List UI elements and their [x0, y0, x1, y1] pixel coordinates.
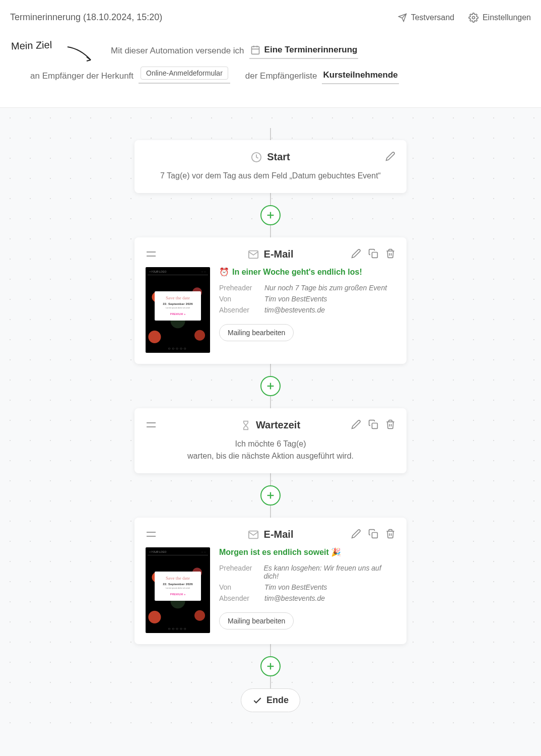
recipient-list-value: Kursteilnehmende	[323, 70, 397, 80]
send-icon	[398, 13, 407, 22]
from-label: Von	[219, 295, 258, 303]
origin-tag: Online-Anmeldeformular	[141, 67, 228, 80]
email-card-2: E-Mail • YOUR LOGO··· ··· Save the date …	[134, 518, 407, 644]
email-type-label: E-Mail	[264, 248, 294, 260]
clock-icon	[251, 152, 262, 163]
thumb-date: 22. September 2026	[158, 302, 198, 305]
preheader-label: Preheader	[219, 564, 257, 580]
connector	[270, 128, 271, 140]
email-thumbnail[interactable]: • YOUR LOGO··· ··· Save the date 22. Sep…	[146, 547, 210, 633]
email-card-1: E-Mail • YOUR LOGO··· ··· Save the date …	[134, 237, 407, 364]
calendar-icon	[250, 45, 260, 55]
recipient-list-select[interactable]: Kursteilnehmende	[322, 68, 398, 84]
sender-value: tim@bestevents.de	[264, 306, 325, 314]
wait-title: Wartezeit	[256, 419, 300, 431]
automation-config: Mein Ziel Mit dieser Automation versende…	[0, 33, 541, 108]
connector	[270, 676, 271, 688]
automation-canvas: Start 7 Tag(e) vor dem Tag aus dem Feld …	[0, 108, 541, 742]
svg-rect-1	[251, 46, 259, 54]
mail-icon	[248, 529, 259, 540]
start-description: 7 Tag(e) vor dem Tag aus dem Feld „Datum…	[146, 170, 395, 182]
test-send-button[interactable]: Testversand	[398, 13, 454, 22]
connector	[270, 473, 271, 485]
arrow-icon	[65, 45, 96, 65]
add-step-button[interactable]	[260, 656, 281, 676]
plus-icon	[265, 210, 276, 221]
check-icon	[252, 696, 262, 706]
plus-icon	[265, 661, 276, 672]
hourglass-icon	[241, 420, 251, 431]
connector	[270, 506, 271, 518]
topbar: Terminerinnerung (18.10.2024, 15:20) Tes…	[0, 0, 541, 33]
plus-icon	[265, 381, 276, 392]
from-label: Von	[219, 583, 258, 591]
preheader-value: Nur noch 7 Tage bis zum großen Event	[264, 284, 387, 292]
connector	[270, 396, 271, 408]
connector	[270, 644, 271, 656]
automation-type-select[interactable]: Eine Terminerinnerung	[249, 43, 359, 59]
origin-select[interactable]: Online-Anmeldeformular	[139, 69, 230, 84]
edit-mailing-button[interactable]: Mailing bearbeiten	[219, 612, 294, 629]
add-step-button[interactable]	[260, 205, 281, 225]
sender-label: Absender	[219, 306, 258, 314]
start-card: Start 7 Tag(e) vor dem Tag aus dem Feld …	[134, 140, 407, 193]
connector	[270, 193, 271, 205]
thumb-date: 22. September 2026	[158, 583, 198, 586]
wait-line-2: warten, bis die nächste Aktion ausgeführ…	[146, 450, 395, 462]
add-step-button[interactable]	[260, 485, 281, 506]
email-type-label: E-Mail	[264, 529, 294, 540]
goal-annotation: Mein Ziel	[11, 39, 52, 52]
settings-button[interactable]: Einstellungen	[468, 13, 531, 23]
start-title: Start	[267, 151, 290, 163]
connector	[270, 225, 271, 237]
preheader-label: Preheader	[219, 284, 258, 292]
plus-icon	[265, 490, 276, 501]
gear-icon	[468, 13, 479, 23]
thumb-headline: Save the date	[158, 576, 198, 581]
sentence-prefix-3: der Empfängerliste	[245, 71, 317, 81]
svg-point-0	[472, 16, 475, 19]
edit-mailing-button[interactable]: Mailing bearbeiten	[219, 324, 294, 341]
from-value: Tim von BestEvents	[264, 583, 327, 591]
add-step-button[interactable]	[260, 376, 281, 396]
sender-label: Absender	[219, 594, 258, 602]
wait-line-1: Ich möchte 6 Tag(e)	[146, 438, 395, 450]
email-thumbnail[interactable]: • YOUR LOGO··· ··· Save the date 22. Sep…	[146, 267, 210, 353]
thumb-link: PREMIUM »	[158, 312, 198, 316]
email-meta: Morgen ist es endlich soweit 🎉 Preheader…	[219, 547, 395, 633]
end-label: Ende	[266, 695, 289, 706]
sentence-prefix-1: Mit dieser Automation versende ich	[111, 46, 244, 56]
thumb-headline: Save the date	[158, 295, 198, 300]
settings-label: Einstellungen	[483, 13, 531, 22]
preheader-value: Es kann losgehen: Wir freuen uns auf dic…	[263, 564, 395, 580]
connector	[270, 364, 271, 376]
email-subject: Morgen ist es endlich soweit 🎉	[219, 547, 341, 557]
end-node: Ende	[241, 688, 300, 712]
from-value: Tim von BestEvents	[264, 295, 327, 303]
alarm-clock-icon: ⏰	[219, 267, 229, 277]
sender-value: tim@bestevents.de	[264, 594, 325, 602]
topbar-actions: Testversand Einstellungen	[398, 13, 531, 23]
page-title: Terminerinnerung (18.10.2024, 15:20)	[10, 12, 162, 23]
email-meta: ⏰ In einer Woche geht's endlich los! Pre…	[219, 267, 395, 353]
wait-card: Wartezeit Ich möchte 6 Tag(e) warten, bi…	[134, 408, 407, 473]
sentence-prefix-2: an Empfänger der Herkunft	[30, 71, 133, 81]
email-subject: In einer Woche geht's endlich los!	[232, 268, 362, 277]
mail-icon	[248, 249, 259, 260]
test-send-label: Testversand	[411, 13, 454, 22]
thumb-link: PREMIUM »	[158, 593, 198, 596]
automation-type-value: Eine Terminerinnerung	[264, 45, 358, 55]
